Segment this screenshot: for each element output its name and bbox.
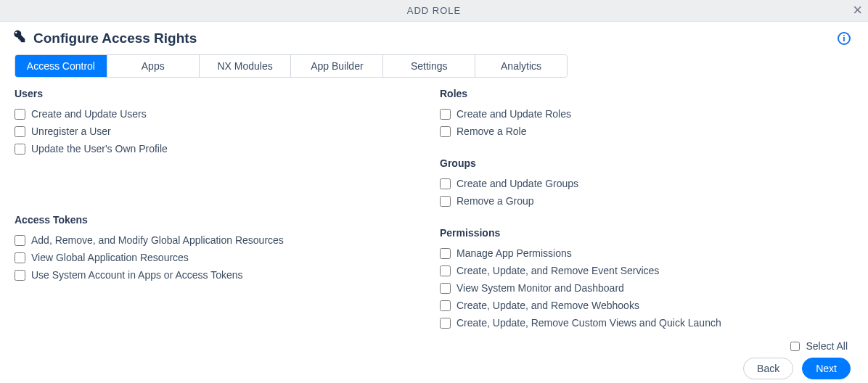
scroll-area[interactable]: Users Create and Update Users Unregister… [15, 88, 859, 334]
dialog-header: ADD ROLE × [0, 0, 868, 22]
checkbox-label[interactable]: Create and Update Groups [456, 178, 578, 189]
section-title: Permissions [440, 227, 851, 239]
section-roles: Roles Create and Update Roles Remove a R… [440, 88, 851, 140]
checkbox-create-update-users[interactable] [15, 109, 25, 120]
close-icon[interactable]: × [853, 1, 862, 19]
tabs: Access Control Apps NX Modules App Build… [15, 54, 568, 78]
checkbox-label[interactable]: View Global Application Resources [31, 252, 189, 263]
select-all: Select All [790, 340, 848, 352]
tab-settings[interactable]: Settings [383, 55, 475, 77]
checkbox-label[interactable]: Remove a Group [456, 195, 534, 207]
checkbox-create-update-roles[interactable] [440, 109, 451, 120]
check-row: Create and Update Users [15, 105, 425, 123]
checkbox-webhooks[interactable] [440, 300, 451, 311]
section-permissions: Permissions Manage App Permissions Creat… [440, 227, 851, 331]
page-title: Configure Access Rights [33, 30, 197, 46]
right-column: Roles Create and Update Roles Remove a R… [440, 88, 851, 331]
checkbox-update-own-profile[interactable] [15, 144, 25, 155]
check-row: Create, Update, Remove Custom Views and … [440, 314, 851, 331]
check-row: Create, Update, and Remove Webhooks [440, 297, 851, 314]
check-row: Remove a Group [440, 192, 851, 210]
check-row: Unregister a User [15, 123, 425, 140]
page-title-row: Configure Access Rights i [0, 22, 868, 54]
check-row: View System Monitor and Dashboard [440, 279, 851, 297]
checkbox-label[interactable]: Create and Update Users [31, 108, 147, 120]
next-button[interactable]: Next [802, 358, 851, 379]
check-row: Create and Update Roles [440, 105, 851, 123]
section-title: Groups [440, 157, 851, 169]
footer-row: Select All [0, 334, 868, 352]
info-icon[interactable]: i [838, 32, 851, 45]
section-users: Users Create and Update Users Unregister… [15, 88, 425, 157]
checkbox-event-services[interactable] [440, 265, 451, 276]
check-row: Update the User's Own Profile [15, 140, 425, 157]
checkbox-modify-global-resources[interactable] [15, 235, 25, 246]
select-all-checkbox[interactable] [790, 342, 800, 351]
check-row: Create, Update, and Remove Event Service… [440, 262, 851, 279]
back-button[interactable]: Back [743, 358, 793, 379]
checkbox-manage-app-permissions[interactable] [440, 248, 451, 259]
tab-apps[interactable]: Apps [107, 55, 200, 77]
select-all-label[interactable]: Select All [806, 340, 848, 352]
section-title: Access Tokens [15, 214, 425, 226]
checkbox-label[interactable]: Update the User's Own Profile [31, 143, 168, 155]
checkbox-label[interactable]: Remove a Role [456, 125, 527, 137]
check-row: Add, Remove, and Modify Global Applicati… [15, 231, 425, 249]
tab-app-builder[interactable]: App Builder [291, 55, 383, 77]
dialog-title: ADD ROLE [407, 5, 461, 16]
section-title: Users [15, 88, 425, 99]
check-row: View Global Application Resources [15, 249, 425, 266]
left-column: Users Create and Update Users Unregister… [15, 88, 425, 331]
check-row: Manage App Permissions [440, 244, 851, 262]
checkbox-create-update-groups[interactable] [440, 178, 451, 189]
checkbox-view-global-resources[interactable] [15, 252, 25, 263]
check-row: Use System Account in Apps or Access Tok… [15, 266, 425, 284]
checkbox-remove-role[interactable] [440, 126, 451, 137]
checkbox-custom-views[interactable] [440, 318, 451, 329]
tab-access-control[interactable]: Access Control [15, 55, 107, 77]
checkbox-label[interactable]: Manage App Permissions [456, 247, 572, 259]
checkbox-label[interactable]: View System Monitor and Dashboard [456, 282, 624, 294]
checkbox-view-system-monitor[interactable] [440, 283, 451, 294]
checkbox-use-system-account[interactable] [15, 270, 25, 281]
tab-analytics[interactable]: Analytics [475, 55, 567, 77]
checkbox-label[interactable]: Use System Account in Apps or Access Tok… [31, 269, 243, 281]
section-access-tokens: Access Tokens Add, Remove, and Modify Gl… [15, 214, 425, 284]
key-icon [12, 29, 26, 47]
check-row: Create and Update Groups [440, 175, 851, 192]
button-row: Back Next [0, 352, 868, 383]
checkbox-label[interactable]: Create, Update, and Remove Webhooks [456, 300, 639, 311]
section-title: Roles [440, 88, 851, 99]
section-groups: Groups Create and Update Groups Remove a… [440, 157, 851, 210]
checkbox-label[interactable]: Create, Update, and Remove Event Service… [456, 265, 659, 276]
checkbox-unregister-user[interactable] [15, 126, 25, 137]
checkbox-label[interactable]: Add, Remove, and Modify Global Applicati… [31, 234, 284, 246]
checkbox-label[interactable]: Create, Update, Remove Custom Views and … [456, 317, 721, 329]
check-row: Remove a Role [440, 123, 851, 140]
checkbox-remove-group[interactable] [440, 196, 451, 207]
checkbox-label[interactable]: Create and Update Roles [456, 108, 571, 120]
checkbox-label[interactable]: Unregister a User [31, 125, 111, 137]
tab-nx-modules[interactable]: NX Modules [200, 55, 292, 77]
